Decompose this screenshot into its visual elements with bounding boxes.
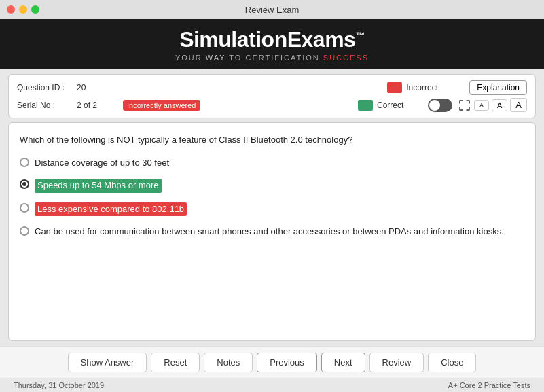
- close-button-bottom[interactable]: Close: [428, 353, 476, 372]
- question-text: Which of the following is NOT typically …: [20, 134, 524, 146]
- radio-option-1[interactable]: [20, 158, 29, 167]
- app-header: SimulationExams™ YOUR WAY TO CERTIFICATI…: [0, 19, 544, 69]
- serial-label: Serial No :: [17, 101, 71, 110]
- font-medium-button[interactable]: A: [492, 99, 507, 111]
- radio-option-4[interactable]: [20, 226, 29, 236]
- window-title: Review Exam: [245, 5, 299, 15]
- next-button[interactable]: Next: [321, 353, 365, 372]
- previous-button[interactable]: Previous: [257, 353, 317, 372]
- bottom-bar: Show Answer Reset Notes Previous Next Re…: [0, 346, 544, 378]
- font-small-button[interactable]: A: [474, 100, 489, 111]
- app-title: SimulationExams™: [14, 27, 530, 52]
- reset-button[interactable]: Reset: [151, 353, 200, 372]
- incorrect-box: [387, 82, 402, 93]
- incorrect-indicator: Incorrect: [387, 82, 450, 93]
- option-1[interactable]: Distance coverage of up to 30 feet: [20, 157, 524, 169]
- question-id-label: Question ID :: [17, 83, 71, 92]
- explanation-button[interactable]: Explanation: [469, 80, 527, 95]
- toggle-switch[interactable]: [428, 99, 452, 112]
- option-3[interactable]: Less expensive compared to 802.11b: [20, 202, 524, 216]
- traffic-lights: [7, 5, 39, 14]
- close-button[interactable]: [7, 5, 15, 14]
- question-area: Which of the following is NOT typically …: [8, 122, 536, 341]
- radio-option-2[interactable]: [20, 179, 29, 189]
- serial-row: Serial No : 2 of 2 Incorrectly answered …: [17, 98, 527, 112]
- main-content: Question ID : 20 Incorrect Explanation S…: [0, 69, 544, 346]
- fullscreen-icon[interactable]: [458, 99, 471, 112]
- footer: Thursday, 31 October 2019 A+ Core 2 Prac…: [0, 378, 544, 392]
- minimize-button[interactable]: [19, 5, 27, 14]
- correct-box: [358, 100, 373, 111]
- question-id-value: 20: [77, 83, 117, 92]
- option-3-text: Less expensive compared to 802.11b: [35, 202, 187, 216]
- notes-button[interactable]: Notes: [204, 353, 253, 372]
- option-2[interactable]: Speeds up to 54 Mbps or more: [20, 179, 524, 192]
- footer-date: Thursday, 31 October 2019: [14, 381, 104, 389]
- option-1-text: Distance coverage of up to 30 feet: [35, 157, 169, 169]
- title-bar: Review Exam: [0, 0, 544, 19]
- review-button[interactable]: Review: [369, 353, 424, 372]
- serial-value: 2 of 2: [77, 101, 117, 110]
- correct-label: Correct: [377, 101, 421, 110]
- question-id-row: Question ID : 20 Incorrect Explanation: [17, 80, 527, 95]
- option-4[interactable]: Can be used for communication between sm…: [20, 226, 524, 238]
- right-controls: Correct A A A: [358, 98, 527, 112]
- info-bar: Question ID : 20 Incorrect Explanation S…: [8, 74, 536, 118]
- option-2-text: Speeds up to 54 Mbps or more: [35, 179, 162, 192]
- app-tagline: YOUR WAY TO CERTIFICATION SUCCESS: [14, 54, 530, 62]
- incorrect-label: Incorrect: [406, 83, 450, 92]
- show-answer-button[interactable]: Show Answer: [68, 353, 147, 372]
- font-large-button[interactable]: A: [510, 98, 527, 112]
- incorrectly-answered-badge: Incorrectly answered: [123, 100, 200, 111]
- radio-option-3[interactable]: [20, 203, 29, 213]
- footer-product: A+ Core 2 Practice Tests: [448, 381, 530, 389]
- maximize-button[interactable]: [31, 5, 39, 14]
- option-4-text: Can be used for communication between sm…: [35, 226, 504, 238]
